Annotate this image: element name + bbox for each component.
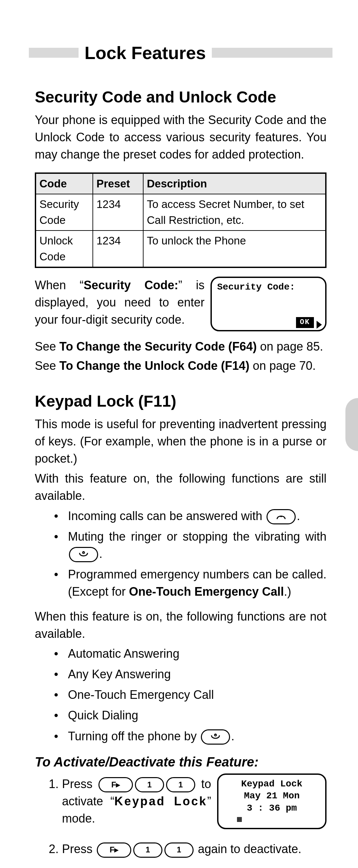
ref-bold: To Change the Security Code (F64) bbox=[59, 340, 257, 353]
screen-title: Keypad Lock bbox=[224, 778, 320, 790]
text: See bbox=[35, 359, 59, 372]
available-lead: With this feature on, the following func… bbox=[35, 470, 326, 504]
one-key-icon: 1 bbox=[135, 777, 164, 793]
text: .) bbox=[284, 585, 291, 598]
step-1: Press F▸11 to activate “Keypad Lock” mod… bbox=[62, 775, 211, 828]
phone-screen-keypad-lock: Keypad Lock May 21 Mon 3 : 36 pm ▦ bbox=[217, 773, 326, 829]
page-title: Lock Features bbox=[85, 40, 206, 66]
list-item: Automatic Answering bbox=[54, 645, 326, 662]
screen-time: 3 : 36 pm bbox=[224, 802, 320, 814]
activate-row: Press F▸11 to activate “Keypad Lock” mod… bbox=[35, 773, 326, 834]
ref-line-1: See To Change the Security Code (F64) on… bbox=[35, 338, 326, 355]
section2-intro: This mode is useful for preventing inadv… bbox=[35, 415, 326, 468]
list-item: Incoming calls can be answered with . bbox=[54, 507, 326, 525]
svg-point-0 bbox=[281, 516, 282, 517]
text: When “ bbox=[35, 278, 84, 292]
section1-heading: Security Code and Unlock Code bbox=[35, 86, 326, 109]
title-bar-right bbox=[212, 48, 332, 58]
list-item: Any Key Answering bbox=[54, 666, 326, 683]
ok-softkey: OK bbox=[296, 317, 314, 328]
activate-steps: Press F▸11 to activate “Keypad Lock” mod… bbox=[35, 775, 211, 834]
table-row: Unlock Code 1234 To unlock the Phone bbox=[35, 230, 326, 267]
section1-intro: Your phone is equipped with the Security… bbox=[35, 112, 326, 163]
text: Press bbox=[62, 842, 96, 856]
list-item: Quick Dialing bbox=[54, 707, 326, 724]
th-desc: Description bbox=[143, 173, 326, 194]
codes-table: Code Preset Description Security Code 12… bbox=[35, 173, 326, 268]
list-item: Muting the ringer or stopping the vibrat… bbox=[54, 528, 326, 562]
text: . bbox=[231, 730, 234, 743]
cell-desc: To access Secret Number, to set Call Res… bbox=[143, 194, 326, 230]
cell-preset: 1234 bbox=[93, 230, 143, 267]
text: Turning off the phone by bbox=[68, 730, 200, 743]
text: . bbox=[99, 547, 102, 561]
text: Incoming calls can be answered with bbox=[68, 509, 265, 523]
activate-steps-2: Press F▸11 again to deactivate. bbox=[35, 840, 326, 858]
activate-heading: To Activate/Deactivate this Feature: bbox=[35, 752, 326, 772]
power-key-icon bbox=[201, 730, 230, 745]
one-key-icon: 1 bbox=[166, 777, 195, 793]
one-key-icon: 1 bbox=[133, 842, 162, 858]
list-item: Programmed emergency numbers can be call… bbox=[54, 566, 326, 600]
ref-line-2: See To Change the Unlock Code (F14) on p… bbox=[35, 357, 326, 374]
cell-desc: To unlock the Phone bbox=[143, 230, 326, 267]
phone-screen-security: Security Code: OK bbox=[210, 277, 326, 331]
screen-date: May 21 Mon bbox=[224, 790, 320, 802]
table-row: Security Code 1234 To access Secret Numb… bbox=[35, 194, 326, 230]
ref-bold: To Change the Unlock Code (F14) bbox=[59, 359, 249, 372]
text: . bbox=[297, 509, 300, 523]
text-bold: Keypad Lock bbox=[115, 794, 207, 808]
text: on page 70. bbox=[249, 359, 316, 372]
section2-heading: Keypad Lock (F11) bbox=[35, 390, 326, 413]
cell-code: Security Code bbox=[35, 194, 93, 230]
lock-icon: ▦ bbox=[224, 814, 320, 825]
security-code-text: When “Security Code:” is displayed, you … bbox=[35, 277, 204, 329]
screen-text: Security Code: bbox=[217, 282, 295, 292]
list-item: Turning off the phone by . bbox=[54, 728, 326, 745]
th-preset: Preset bbox=[93, 173, 143, 194]
title-bar-left bbox=[29, 48, 78, 58]
text: Muting the ringer or stopping the vibrat… bbox=[68, 530, 326, 543]
text: Press bbox=[62, 777, 97, 791]
cell-preset: 1234 bbox=[93, 194, 143, 230]
text-bold: Security Code: bbox=[84, 278, 178, 292]
f-key-icon: F▸ bbox=[97, 842, 131, 858]
th-code: Code bbox=[35, 173, 93, 194]
list-item: One-Touch Emergency Call bbox=[54, 686, 326, 704]
page-title-bar: Lock Features bbox=[29, 40, 332, 66]
available-list: Incoming calls can be answered with . Mu… bbox=[54, 507, 326, 601]
call-key-icon bbox=[266, 509, 296, 524]
text: on page 85. bbox=[257, 340, 323, 353]
cell-code: Unlock Code bbox=[35, 230, 93, 267]
text-bold: One-Touch Emergency Call bbox=[129, 585, 284, 598]
arrow-right-icon bbox=[317, 321, 322, 329]
unavailable-lead: When this feature is on, the following f… bbox=[35, 608, 326, 643]
f-key-icon: F▸ bbox=[98, 777, 133, 793]
text: See bbox=[35, 340, 59, 353]
text: again to deactivate. bbox=[195, 842, 301, 856]
step-2: Press F▸11 again to deactivate. bbox=[62, 840, 326, 858]
unavailable-list: Automatic Answering Any Key Answering On… bbox=[54, 645, 326, 745]
security-code-prompt-row: When “Security Code:” is displayed, you … bbox=[35, 277, 326, 331]
thumb-tab bbox=[346, 398, 358, 451]
power-key-icon bbox=[69, 547, 98, 562]
one-key-icon: 1 bbox=[164, 842, 194, 858]
